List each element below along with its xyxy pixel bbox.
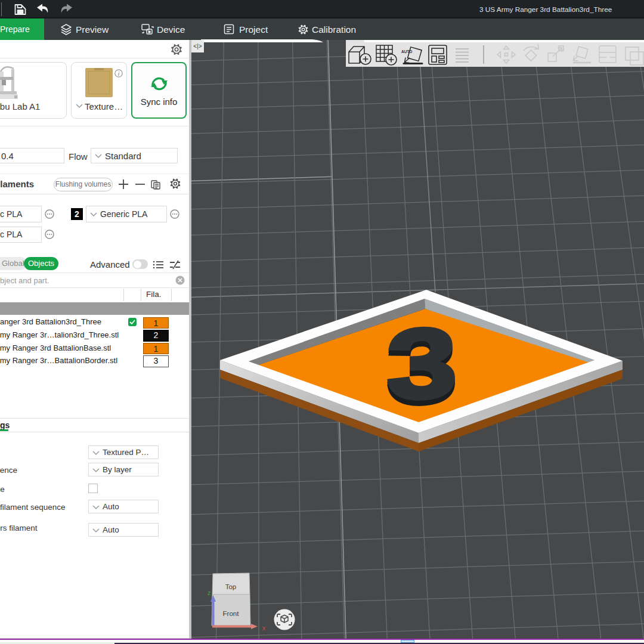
- svg-text:3: 3: [386, 306, 458, 420]
- svg-text:z: z: [208, 589, 211, 596]
- svg-text:Front: Front: [223, 610, 240, 617]
- svg-text:AUTO: AUTO: [401, 49, 412, 54]
- svg-text:i: i: [118, 71, 120, 77]
- svg-text:Top: Top: [225, 583, 237, 590]
- svg-text:x: x: [262, 624, 266, 631]
